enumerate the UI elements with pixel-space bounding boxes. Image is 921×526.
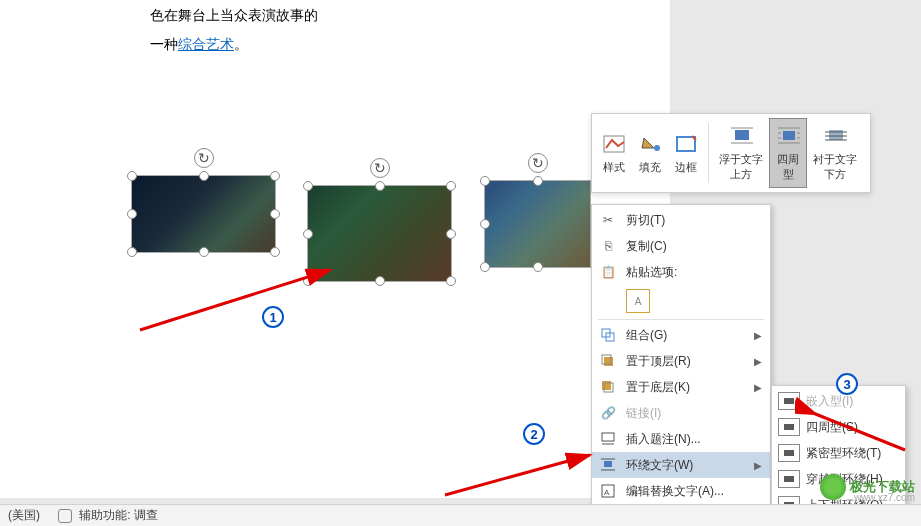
link-icon: 🔗 (598, 403, 618, 423)
send-back-icon (598, 377, 618, 397)
resize-handle[interactable] (446, 276, 456, 286)
image-content (132, 176, 275, 252)
paste-option-keep-source[interactable]: A (626, 289, 650, 313)
menu-separator (598, 319, 764, 320)
menu-bring-front[interactable]: 置于顶层(R) ▶ (592, 348, 770, 374)
watermark-logo-icon (820, 474, 846, 500)
menu-paste-options: 📋 粘贴选项: (592, 259, 770, 285)
status-language[interactable]: (美国) (8, 507, 40, 524)
resize-handle[interactable] (303, 181, 313, 191)
menu-send-back[interactable]: 置于底层(K) ▶ (592, 374, 770, 400)
hyperlink[interactable]: 综合艺术 (178, 36, 234, 52)
submenu-tight[interactable]: 紧密型环绕(T) (772, 440, 905, 466)
svg-rect-2 (677, 137, 695, 151)
resize-handle[interactable] (199, 171, 209, 181)
float-above-icon (729, 124, 753, 148)
svg-rect-19 (604, 357, 613, 366)
submenu-square[interactable]: 四周型(S) (772, 414, 905, 440)
fill-icon (638, 132, 662, 156)
square-wrap-icon (776, 124, 800, 148)
caption-icon (598, 429, 618, 449)
menu-insert-caption[interactable]: 插入题注(N)... (592, 426, 770, 452)
resize-handle[interactable] (480, 176, 490, 186)
menu-copy[interactable]: ⎘ 复制(C) (592, 233, 770, 259)
bring-front-icon (598, 351, 618, 371)
site-watermark: 极光下载站 www.xz7.com (820, 474, 915, 500)
style-icon (602, 132, 626, 156)
menu-link: 🔗 链接(I) (592, 400, 770, 426)
document-canvas[interactable]: 色在舞台上当众表演故事的 一种综合艺术。 (0, 0, 670, 498)
resize-handle[interactable] (533, 176, 543, 186)
resize-handle[interactable] (480, 262, 490, 272)
annotation-marker-2: 2 (523, 423, 545, 445)
alt-text-icon: A (598, 481, 618, 501)
group-icon (598, 325, 618, 345)
text-line: 色在舞台上当众表演故事的 (150, 3, 318, 28)
resize-handle[interactable] (533, 262, 543, 272)
resize-handle[interactable] (199, 247, 209, 257)
resize-handle[interactable] (270, 171, 280, 181)
square-wrap-icon (778, 418, 800, 436)
image-object-1[interactable] (131, 175, 276, 253)
annotation-marker-1: 1 (262, 306, 284, 328)
copy-icon: ⎘ (598, 236, 618, 256)
resize-handle[interactable] (375, 276, 385, 286)
chevron-right-icon: ▶ (754, 356, 762, 367)
annotation-marker-3: 3 (836, 373, 858, 395)
square-wrap-button[interactable]: 四周 型 (769, 118, 807, 188)
resize-handle[interactable] (127, 171, 137, 181)
resize-handle[interactable] (303, 276, 313, 286)
wrap-text-icon (598, 455, 618, 475)
fill-button[interactable]: 填充 (632, 118, 668, 188)
float-below-text-button[interactable]: 衬于文字 下方 (807, 118, 863, 188)
resize-handle[interactable] (375, 181, 385, 191)
float-below-icon (823, 124, 847, 148)
svg-rect-23 (602, 433, 614, 441)
float-above-text-button[interactable]: 浮于文字 上方 (713, 118, 769, 188)
paste-icon: 📋 (598, 262, 618, 282)
image-content (485, 181, 590, 267)
through-wrap-icon (778, 470, 800, 488)
chevron-right-icon: ▶ (754, 330, 762, 341)
paste-options-row: A (592, 285, 770, 317)
menu-edit-alt-text[interactable]: A 编辑替换文字(A)... (592, 478, 770, 504)
border-button[interactable]: 边框 (668, 118, 704, 188)
tight-wrap-icon (778, 444, 800, 462)
cut-icon: ✂ (598, 210, 618, 230)
image-content (308, 186, 451, 281)
svg-rect-21 (602, 381, 611, 390)
resize-handle[interactable] (303, 229, 313, 239)
image-object-3[interactable] (484, 180, 591, 268)
rotate-handle[interactable] (528, 153, 548, 173)
border-icon (674, 132, 698, 156)
context-menu: ✂ 剪切(T) ⎘ 复制(C) 📋 粘贴选项: A 组合(G) ▶ 置于顶层(R… (591, 204, 771, 526)
style-button[interactable]: 样式 (596, 118, 632, 188)
resize-handle[interactable] (127, 209, 137, 219)
text-line: 一种综合艺术。 (150, 32, 318, 57)
chevron-right-icon: ▶ (754, 460, 762, 471)
picture-format-toolbar: 样式 填充 边框 浮于文字 上方 四周 型 衬于文字 下方 (591, 113, 871, 193)
status-accessibility[interactable]: 辅助功能: 调查 (58, 507, 158, 524)
rotate-handle[interactable] (370, 158, 390, 178)
svg-rect-3 (735, 130, 749, 140)
resize-handle[interactable] (270, 209, 280, 219)
chevron-right-icon: ▶ (754, 382, 762, 393)
rotate-handle[interactable] (194, 148, 214, 168)
resize-handle[interactable] (127, 247, 137, 257)
svg-rect-6 (783, 131, 795, 140)
image-object-2[interactable] (307, 185, 452, 282)
document-text-block: 色在舞台上当众表演故事的 一种综合艺术。 (150, 3, 318, 57)
svg-point-1 (654, 145, 660, 151)
menu-group[interactable]: 组合(G) ▶ (592, 322, 770, 348)
inline-wrap-icon (778, 392, 800, 410)
resize-handle[interactable] (446, 229, 456, 239)
menu-wrap-text[interactable]: 环绕文字(W) ▶ (592, 452, 770, 478)
resize-handle[interactable] (270, 247, 280, 257)
menu-cut[interactable]: ✂ 剪切(T) (592, 207, 770, 233)
resize-handle[interactable] (446, 181, 456, 191)
toolbar-separator (708, 123, 709, 183)
status-bar: (美国) 辅助功能: 调查 (0, 504, 921, 526)
svg-text:A: A (604, 488, 610, 497)
svg-rect-25 (604, 461, 612, 467)
resize-handle[interactable] (480, 219, 490, 229)
